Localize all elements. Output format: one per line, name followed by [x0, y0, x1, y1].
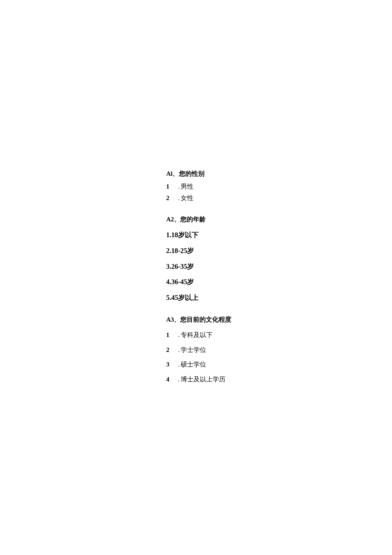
- option-row: 4.36-45岁: [166, 274, 392, 290]
- prompt-a2: A2、您的年龄: [166, 214, 392, 225]
- option-row: 2 . 学士学位: [166, 343, 392, 357]
- option-label: 学士学位: [181, 343, 206, 357]
- question-a3: A3、您目前的文化程度 1 . 专科及以下 2 . 学士学位 3 . 硕士学位 …: [166, 314, 392, 387]
- option-label: 男性: [181, 181, 193, 192]
- option-row: 4 . 博士及以上学历: [166, 372, 392, 387]
- option-text: 4.36-45岁: [166, 274, 194, 290]
- option-row: 2.18-25岁: [166, 243, 392, 259]
- option-row: 2 . 女性: [166, 192, 392, 204]
- option-text: 5.45岁以上: [166, 290, 199, 306]
- option-text: 1.18岁以下: [166, 227, 199, 243]
- option-row: 5.45岁以上: [166, 290, 392, 306]
- option-label: 女性: [181, 192, 193, 204]
- option-number: 1: [166, 181, 172, 192]
- option-row: 1.18岁以下: [166, 227, 392, 243]
- option-row: 1 . 专科及以下: [166, 328, 392, 343]
- option-number: 1: [166, 328, 172, 343]
- option-number: 2: [166, 343, 172, 357]
- option-label: 硕士学位: [181, 357, 206, 372]
- option-dot: .: [178, 372, 180, 387]
- option-text: 3.26-35岁: [166, 259, 194, 275]
- prompt-a3: A3、您目前的文化程度: [166, 314, 392, 325]
- option-dot: .: [178, 357, 180, 372]
- option-label: 专科及以下: [181, 328, 213, 343]
- question-a2: A2、您的年龄 1.18岁以下 2.18-25岁 3.26-35岁 4.36-4…: [166, 214, 392, 306]
- option-number: 3: [166, 357, 172, 372]
- option-text: 2.18-25岁: [166, 243, 194, 259]
- options-a3: 1 . 专科及以下 2 . 学士学位 3 . 硕士学位 4 . 博士及以上学历: [166, 328, 392, 386]
- option-number: 2: [166, 192, 172, 204]
- option-dot: .: [178, 343, 180, 357]
- option-row: 1 . 男性: [166, 181, 392, 192]
- option-dot: .: [178, 328, 180, 343]
- option-label: 博士及以上学历: [181, 372, 225, 387]
- prompt-a1: Al、您的性别: [166, 169, 392, 180]
- options-a2: 1.18岁以下 2.18-25岁 3.26-35岁 4.36-45岁 5.45岁…: [166, 227, 392, 306]
- option-dot: .: [178, 192, 180, 204]
- question-a1: Al、您的性别 1 . 男性 2 . 女性: [166, 169, 392, 204]
- option-row: 3 . 硕士学位: [166, 357, 392, 372]
- option-number: 4: [166, 372, 172, 387]
- option-dot: .: [178, 181, 180, 192]
- option-row: 3.26-35岁: [166, 259, 392, 275]
- options-a1: 1 . 男性 2 . 女性: [166, 181, 392, 204]
